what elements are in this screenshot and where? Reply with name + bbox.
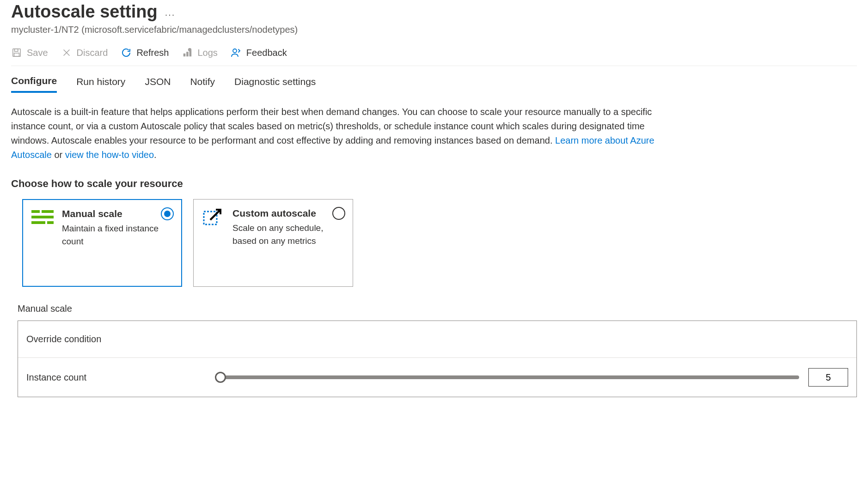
save-icon [11, 47, 22, 58]
feedback-label: Feedback [246, 48, 287, 58]
override-condition-row: Override condition [18, 321, 856, 358]
logs-button[interactable]: Logs [182, 47, 217, 58]
refresh-button[interactable]: Refresh [121, 47, 169, 58]
manual-scale-card[interactable]: Manual scale Maintain a fixed instance c… [22, 199, 182, 287]
logs-label: Logs [197, 48, 217, 58]
custom-autoscale-card[interactable]: Custom autoscale Scale on any schedule, … [193, 199, 353, 287]
svg-rect-2 [14, 53, 19, 56]
svg-rect-1 [14, 49, 18, 52]
description-end: . [154, 150, 157, 160]
svg-rect-11 [42, 210, 54, 213]
svg-rect-6 [187, 52, 189, 56]
tabs: Configure Run history JSON Notify Diagno… [11, 66, 857, 93]
manual-scale-desc: Maintain a fixed instance count [62, 222, 173, 248]
instance-count-slider[interactable] [220, 375, 799, 379]
manual-scale-title: Manual scale [62, 208, 173, 219]
tab-json[interactable]: JSON [145, 75, 171, 93]
close-icon [61, 47, 72, 58]
howto-video-link[interactable]: view the how-to video [65, 150, 154, 160]
scale-mode-cards: Manual scale Maintain a fixed instance c… [22, 199, 857, 287]
svg-rect-13 [31, 221, 45, 224]
custom-autoscale-desc: Scale on any schedule, based on any metr… [232, 222, 344, 247]
manual-scale-section-label: Manual scale [18, 303, 857, 314]
refresh-label: Refresh [136, 48, 169, 58]
manual-scale-icon [31, 208, 54, 228]
save-button[interactable]: Save [11, 47, 48, 58]
manual-scale-config: Override condition Instance count [18, 321, 857, 397]
manual-scale-radio[interactable] [161, 207, 174, 220]
feedback-icon [231, 47, 242, 58]
tab-configure[interactable]: Configure [11, 75, 57, 93]
discard-button[interactable]: Discard [61, 47, 108, 58]
svg-point-9 [233, 49, 237, 53]
svg-rect-15 [204, 212, 217, 224]
svg-rect-5 [183, 54, 186, 56]
custom-autoscale-title: Custom autoscale [232, 208, 344, 219]
save-label: Save [27, 48, 48, 58]
instance-count-label: Instance count [26, 372, 211, 383]
page-title: Autoscale setting [11, 2, 158, 22]
description-mid: or [54, 150, 65, 160]
tab-notify[interactable]: Notify [190, 75, 215, 93]
refresh-icon [121, 47, 132, 58]
svg-rect-12 [31, 216, 54, 218]
svg-rect-14 [47, 221, 54, 224]
toolbar: Save Discard Refresh Logs Feedback [11, 37, 857, 66]
logs-icon [182, 47, 193, 58]
choose-scale-heading: Choose how to scale your resource [11, 178, 857, 190]
more-actions-button[interactable]: ··· [165, 9, 176, 20]
discard-label: Discard [77, 48, 108, 58]
resource-path: mycluster-1/NT2 (microsoft.servicefabric… [11, 24, 857, 35]
override-condition-label: Override condition [26, 334, 211, 345]
feedback-button[interactable]: Feedback [231, 47, 287, 58]
tab-diagnostic-settings[interactable]: Diagnostic settings [234, 75, 316, 93]
instance-count-input[interactable] [808, 368, 848, 387]
description: Autoscale is a built-in feature that hel… [11, 105, 658, 162]
instance-count-row: Instance count [18, 358, 856, 397]
custom-autoscale-icon [202, 208, 224, 227]
slider-thumb[interactable] [215, 372, 226, 383]
svg-rect-10 [31, 210, 40, 213]
custom-autoscale-radio[interactable] [332, 207, 345, 220]
svg-point-8 [188, 48, 191, 51]
tab-run-history[interactable]: Run history [76, 75, 125, 93]
